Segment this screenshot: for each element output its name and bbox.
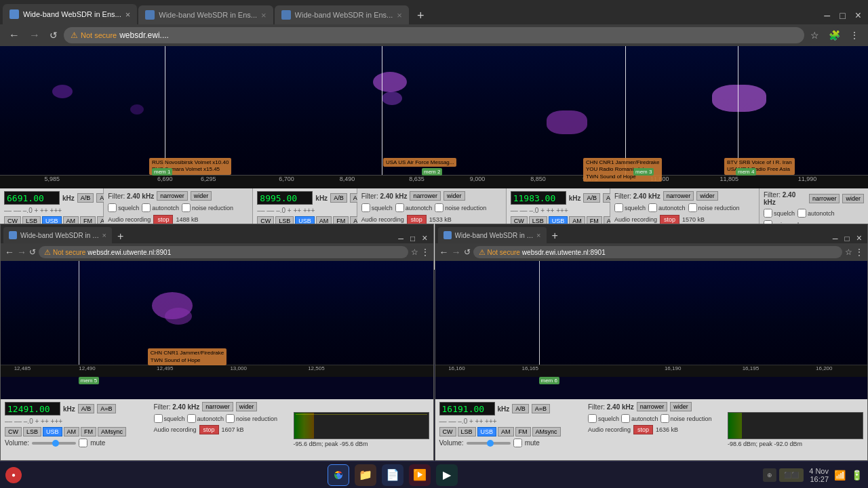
mini-restore-left[interactable]: □ <box>408 234 418 243</box>
mini-new-tab-left[interactable]: + <box>113 230 127 243</box>
noise-red-2[interactable] <box>435 203 443 212</box>
mini-cw-right[interactable]: CW <box>439 427 456 436</box>
squelch-4[interactable] <box>764 209 772 218</box>
mini-usb-right[interactable]: USB <box>477 427 497 436</box>
taskbar-files[interactable]: 📁 <box>355 464 376 486</box>
freq-input-3[interactable] <box>511 191 566 205</box>
mini-wider-right[interactable]: wider <box>670 402 692 411</box>
mini-reload-left[interactable]: ↺ <box>29 247 36 257</box>
narrower-btn-2[interactable]: narrower <box>410 191 441 201</box>
mini-menu-right[interactable]: ⋮ <box>855 247 863 257</box>
menu-button[interactable]: ⋮ <box>846 28 863 42</box>
tab-3[interactable]: Wide-band WebSDR in Ens... × <box>275 5 409 24</box>
autonotch-1[interactable] <box>142 203 151 212</box>
reload-button[interactable]: ↺ <box>46 28 61 42</box>
maximize-button[interactable]: □ <box>835 10 849 21</box>
mini-vol-right[interactable] <box>467 442 511 445</box>
mini-aeb-right[interactable]: A=B <box>532 404 550 413</box>
mini-aeb-left[interactable]: A=B <box>97 404 115 413</box>
mini-sq-right[interactable] <box>588 414 597 423</box>
mini-address-right[interactable] <box>522 249 837 256</box>
mini-mute-left[interactable] <box>79 439 87 447</box>
stop-btn-1[interactable]: stop <box>153 215 173 224</box>
wider-btn-1[interactable]: wider <box>191 191 212 201</box>
freq-input-1[interactable] <box>4 191 60 205</box>
mini-usb-left[interactable]: USB <box>43 427 62 436</box>
wider-btn-2[interactable]: wider <box>443 191 465 201</box>
mini-close-right[interactable]: × <box>854 232 865 243</box>
mini-fm-right[interactable]: FM <box>515 427 531 436</box>
forward-button[interactable]: → <box>26 28 43 43</box>
mini-narrower-left[interactable]: narrower <box>202 402 233 411</box>
squelch-2[interactable] <box>361 203 370 212</box>
mini-ab-right[interactable]: A/B <box>512 404 529 413</box>
taskbar-docs[interactable]: 📄 <box>382 464 403 486</box>
mini-stop-left[interactable]: stop <box>199 425 219 434</box>
freq-input-2[interactable] <box>257 191 313 205</box>
narrower-btn-3[interactable]: narrower <box>663 191 694 201</box>
mini-vol-left[interactable] <box>32 442 76 445</box>
tab-close-1[interactable]: × <box>125 9 131 20</box>
squelch-3[interactable] <box>614 203 623 212</box>
mini-tab-left[interactable]: Wide-band WebSDR in Ens... × <box>3 227 112 243</box>
mini-stop-right[interactable]: stop <box>633 425 653 434</box>
mini-reload-right[interactable]: ↺ <box>464 247 471 257</box>
mini-amsync-right[interactable]: AMsync <box>532 427 561 436</box>
stop-btn-3[interactable]: stop <box>660 215 679 224</box>
tab-2[interactable]: Wide-band WebSDR in Ens... × <box>138 5 273 24</box>
mini-nr-left[interactable] <box>226 414 235 423</box>
mini-new-tab-right[interactable]: + <box>548 228 562 243</box>
mini-back-right[interactable]: ← <box>439 247 449 258</box>
close-button[interactable]: × <box>851 9 865 22</box>
ab-btn-3[interactable]: A/B <box>583 193 600 203</box>
taskbar-playstore[interactable]: ▶ <box>436 464 458 486</box>
taskbar-chrome[interactable] <box>328 464 349 486</box>
mini-forward-left[interactable]: → <box>17 247 26 258</box>
mini-forward-right[interactable]: → <box>452 247 461 258</box>
mini-restore-right[interactable]: □ <box>842 234 852 243</box>
bookmark-star[interactable]: ☆ <box>807 28 823 42</box>
back-button[interactable]: ← <box>5 28 23 43</box>
noise-red-3[interactable] <box>688 203 697 212</box>
tab-close-2[interactable]: × <box>261 10 267 20</box>
wider-btn-4[interactable]: wider <box>842 194 864 203</box>
mini-address-left[interactable] <box>87 249 402 256</box>
mini-freq-right[interactable] <box>439 402 495 415</box>
taskbar-youtube[interactable]: ▶️ <box>409 464 431 486</box>
autonotch-2[interactable] <box>395 203 404 212</box>
narrower-btn-1[interactable]: narrower <box>157 191 188 201</box>
mini-freq-left[interactable] <box>5 402 60 415</box>
mini-cw-left[interactable]: CW <box>5 427 22 436</box>
mini-back-left[interactable]: ← <box>5 247 14 258</box>
mini-mute-right[interactable] <box>513 439 522 447</box>
extensions-button[interactable]: 🧩 <box>825 28 844 42</box>
autonotch-3[interactable] <box>648 203 657 212</box>
mini-lsb-left[interactable]: LSB <box>23 427 41 436</box>
mini-nr-right[interactable] <box>660 414 669 423</box>
autonotch-4[interactable] <box>797 209 806 218</box>
noise-red-1[interactable] <box>182 203 191 212</box>
mini-menu-left[interactable]: ⋮ <box>421 247 429 257</box>
mini-tab-close-right[interactable]: × <box>536 231 540 239</box>
ab-btn-2[interactable]: A/B <box>330 193 347 203</box>
mini-an-left[interactable] <box>187 414 196 423</box>
minimize-button[interactable]: – <box>820 9 834 22</box>
mini-minimize-left[interactable]: – <box>395 232 406 243</box>
mini-amsync-left[interactable]: AMsync <box>98 427 126 436</box>
squelch-1[interactable] <box>108 203 117 212</box>
mini-sq-left[interactable] <box>154 414 163 423</box>
mini-close-left[interactable]: × <box>419 232 430 243</box>
mini-bookmark-right[interactable]: ☆ <box>845 247 852 257</box>
mini-minimize-right[interactable]: – <box>830 232 841 243</box>
mini-narrower-right[interactable]: narrower <box>637 402 668 411</box>
tab-close-3[interactable]: × <box>397 10 402 20</box>
mini-bookmark-left[interactable]: ☆ <box>411 247 418 257</box>
mini-ab-left[interactable]: A/B <box>78 404 95 413</box>
wider-btn-3[interactable]: wider <box>696 191 718 201</box>
mini-wider-left[interactable]: wider <box>236 402 258 411</box>
new-tab-button[interactable]: + <box>410 7 431 24</box>
mini-lsb-right[interactable]: LSB <box>458 427 476 436</box>
mini-am-right[interactable]: AM <box>498 427 514 436</box>
mini-tab-right[interactable]: Wide-band WebSDR in Ens... × <box>438 227 547 243</box>
mini-an-right[interactable] <box>621 414 630 423</box>
